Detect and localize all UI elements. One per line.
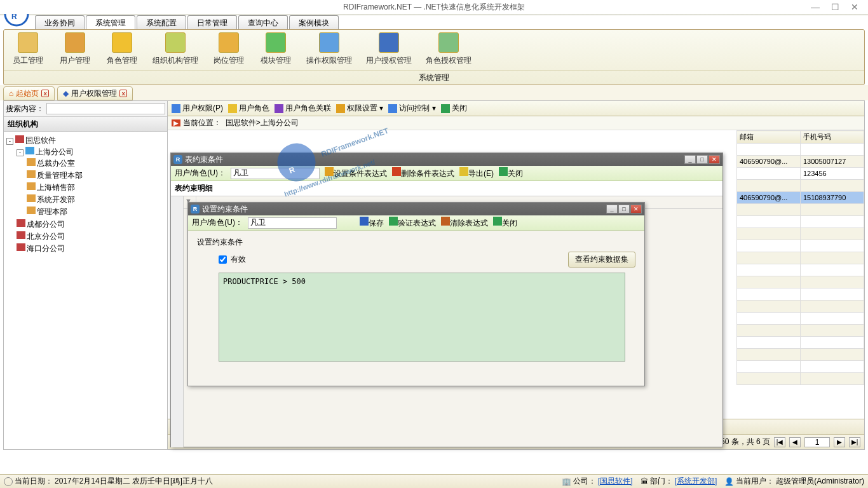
d2-valid-checkbox[interactable] xyxy=(219,255,227,264)
col-email[interactable]: 邮箱 xyxy=(737,131,801,144)
table-row[interactable] xyxy=(737,313,864,325)
dept-link[interactable]: [系统开发部] xyxy=(675,476,717,487)
tree-toggle[interactable]: - xyxy=(17,149,24,156)
d1-set-expr[interactable]: 设置条件表达式 xyxy=(325,167,387,179)
dlg-close[interactable]: ✕ xyxy=(630,205,642,214)
tree-node[interactable]: 总裁办公室 xyxy=(37,159,75,168)
d1-close[interactable]: 关闭 xyxy=(499,167,523,179)
dlg-close[interactable]: ✕ xyxy=(709,155,720,164)
help-icon[interactable] xyxy=(266,3,276,13)
nav-icon[interactable] xyxy=(32,3,42,13)
company-link[interactable]: [国思软件] xyxy=(598,476,633,487)
pagetab-user-perm[interactable]: ◆ 用户权限管理 x xyxy=(57,86,133,100)
ribbon-op-perm[interactable]: 操作权限管理 xyxy=(304,32,355,68)
tab-system-manage[interactable]: 系统管理 xyxy=(86,15,135,29)
table-row[interactable] xyxy=(737,216,864,228)
d2-clear[interactable]: 清除表达式 xyxy=(441,217,488,229)
col-phone[interactable]: 手机号码 xyxy=(801,131,864,144)
ribbon-org[interactable]: 组织机构管理 xyxy=(150,32,201,68)
ribbon-post[interactable]: 岗位管理 xyxy=(210,32,248,68)
tree-node[interactable]: 上海销售部 xyxy=(37,183,75,192)
tab-daily[interactable]: 日常管理 xyxy=(187,15,237,29)
tree-node[interactable]: 海口分公司 xyxy=(27,244,65,253)
dlg-max[interactable]: □ xyxy=(696,155,708,164)
tree-node[interactable]: 管理本部 xyxy=(37,207,67,216)
ab-close[interactable]: 关闭 xyxy=(441,103,467,114)
table-row[interactable] xyxy=(737,228,864,240)
dialog1-titlebar[interactable]: R 表约束条件 _ □ ✕ xyxy=(171,153,722,166)
pagetab-home[interactable]: ⌂ 起始页 x xyxy=(3,86,55,100)
table-row[interactable] xyxy=(737,288,864,301)
close-button[interactable]: ✕ xyxy=(851,2,858,12)
close-icon[interactable]: x xyxy=(41,90,49,97)
dlg-min[interactable]: _ xyxy=(684,155,696,164)
sum-prev[interactable]: ◀ xyxy=(789,437,801,447)
tree-node[interactable]: 北京分公司 xyxy=(27,232,65,241)
tree-node[interactable]: 系统开发部 xyxy=(37,195,75,204)
table-row[interactable] xyxy=(737,361,864,373)
table-row[interactable] xyxy=(737,301,864,313)
table-row[interactable]: 406590790@...13005007127 xyxy=(737,156,864,168)
ribbon-role[interactable]: 角色管理 xyxy=(103,32,141,68)
dialog2-titlebar[interactable]: R 设置约束条件 _ □ ✕ xyxy=(188,203,644,215)
table-row[interactable] xyxy=(737,373,864,385)
d1-export[interactable]: 导出(E) xyxy=(459,167,494,179)
d1-del-expr[interactable]: 删除条件表达式 xyxy=(392,167,454,179)
ribbon-user[interactable]: 用户管理 xyxy=(56,32,94,68)
maximize-button[interactable]: ☐ xyxy=(831,2,839,12)
close-icon[interactable]: x xyxy=(119,90,127,97)
table-row[interactable] xyxy=(737,144,864,156)
tree-node[interactable]: 成都分公司 xyxy=(27,220,65,229)
tree-node[interactable]: 上海分公司 xyxy=(36,147,74,156)
ab-access-control[interactable]: 访问控制 ▾ xyxy=(388,103,435,114)
ab-user-role[interactable]: 用户角色 xyxy=(228,103,269,114)
table-row[interactable] xyxy=(737,180,864,192)
sum-first[interactable]: |◀ xyxy=(774,437,785,447)
data-table[interactable]: 邮箱 手机号码 406590790@...1300500712712345640… xyxy=(736,130,864,385)
table-row[interactable] xyxy=(737,240,864,252)
d2-view-dataset[interactable]: 查看约束数据集 xyxy=(568,252,635,268)
table-row[interactable]: 406590790@...15108937790 xyxy=(737,192,864,204)
table-row[interactable] xyxy=(737,204,864,216)
tree-toggle[interactable]: - xyxy=(6,138,13,145)
table-row[interactable] xyxy=(737,325,864,337)
table-row[interactable]: 123456 xyxy=(737,168,864,180)
d2-save[interactable]: 保存 xyxy=(360,217,384,229)
ribbon-employee[interactable]: 员工管理 xyxy=(9,32,47,68)
table-row[interactable] xyxy=(737,276,864,288)
search-input[interactable] xyxy=(46,103,165,114)
tab-query[interactable]: 查询中心 xyxy=(238,15,288,29)
d2-validate[interactable]: 验证表达式 xyxy=(389,217,436,229)
d2-close[interactable]: 关闭 xyxy=(493,217,517,229)
minimize-button[interactable]: — xyxy=(811,2,820,12)
current-system-select[interactable]: .NET快速开发整合框架 xyxy=(135,2,262,13)
d2-user-input[interactable] xyxy=(248,217,337,229)
ab-role-link[interactable]: 用户角色关联 xyxy=(275,103,331,114)
table-row[interactable] xyxy=(737,252,864,264)
tab-business[interactable]: 业务协同 xyxy=(35,15,85,29)
users-icon[interactable] xyxy=(52,3,62,13)
tab-system-config[interactable]: 系统配置 xyxy=(137,15,186,29)
dlg-max[interactable]: □ xyxy=(618,205,630,214)
ribbon-user-auth[interactable]: 用户授权管理 xyxy=(363,32,414,68)
d1-user-label: 用户/角色(U)： xyxy=(175,168,226,179)
sum-next[interactable]: ▶ xyxy=(834,437,845,447)
ab-perm-config[interactable]: 权限设置 ▾ xyxy=(336,103,383,114)
table-row[interactable] xyxy=(737,337,864,349)
d2-expression-input[interactable] xyxy=(219,273,625,362)
tab-example[interactable]: 案例模块 xyxy=(289,15,339,29)
ribbon-module[interactable]: 模块管理 xyxy=(257,32,295,68)
table-row[interactable] xyxy=(737,349,864,361)
tree-root[interactable]: 国思软件 xyxy=(25,136,56,145)
ab-user-perm[interactable]: 用户权限(P) xyxy=(172,103,223,114)
sum-last[interactable]: ▶| xyxy=(849,437,860,447)
ribbon-role-auth[interactable]: 角色授权管理 xyxy=(423,32,474,68)
page-input[interactable] xyxy=(804,437,830,447)
tree-node[interactable]: 质量管理本部 xyxy=(37,171,83,180)
dlg-min[interactable]: _ xyxy=(606,205,618,214)
table-row[interactable] xyxy=(737,264,864,276)
org-tree[interactable]: -国思软件 -上海分公司 总裁办公室 质量管理本部 上海销售部 系统开发部 管理… xyxy=(4,132,167,449)
page-tabs: ⌂ 起始页 x ◆ 用户权限管理 x xyxy=(0,85,868,100)
d1-user-input[interactable] xyxy=(231,168,320,179)
tools-icon[interactable] xyxy=(72,3,83,13)
